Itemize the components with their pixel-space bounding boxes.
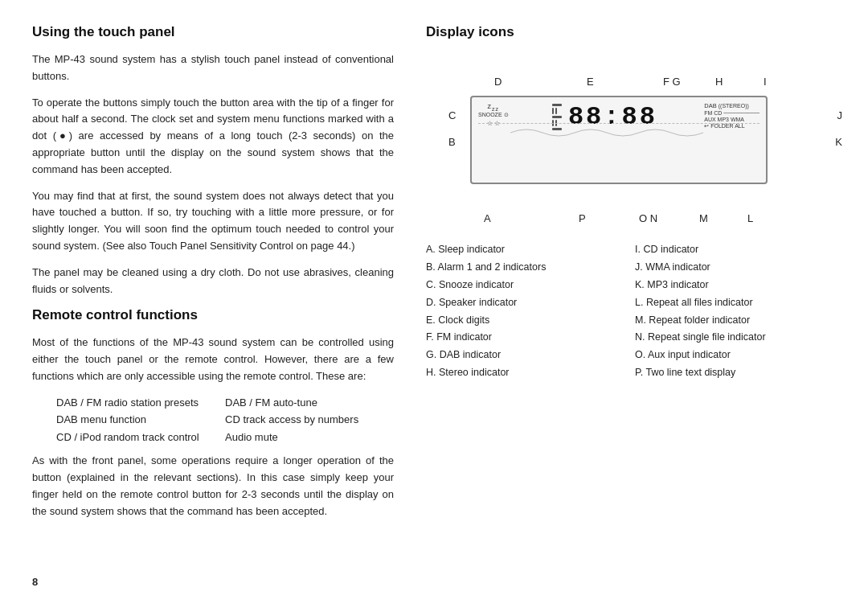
list-item: CD / iPod random track control (56, 429, 225, 446)
para6: As with the front panel, some operations… (32, 453, 394, 520)
indicator-col-right: I. CD indicator J. WMA indicator K. MP3 … (635, 241, 844, 382)
list-item: DAB / FM radio station presets (56, 395, 225, 411)
list-item: DAB / FM auto-tune (225, 395, 394, 411)
indicator-d: D. Speaker indicator (426, 294, 635, 312)
left-column: Using the touch panel The MP-43 sound sy… (32, 24, 418, 588)
para1: The MP-43 sound system has a stylish tou… (32, 51, 394, 85)
label-k: K (835, 136, 842, 148)
indicator-b: B. Alarm 1 and 2 indicators (426, 259, 635, 277)
label-p: P (579, 212, 586, 224)
label-d: D (494, 76, 502, 88)
label-fg: F G (663, 76, 681, 88)
indicator-list: A. Sleep indicator B. Alarm 1 and 2 indi… (426, 241, 844, 382)
label-e: E (587, 76, 594, 88)
label-a: A (484, 212, 491, 224)
display-inner: zzz SNOOZE ⊙ ☆ ☆ (472, 97, 766, 183)
para5: Most of the functions of the MP-43 sound… (32, 335, 394, 384)
indicator-k: K. MP3 indicator (635, 277, 844, 294)
display-diagram: D E F G H I C B J K zzz (426, 51, 844, 228)
indicator-e: E. Clock digits (426, 312, 635, 330)
list-item: DAB menu function (56, 412, 225, 428)
label-h: H (715, 76, 723, 88)
para3: You may find that at first, the sound sy… (32, 188, 394, 255)
label-l: L (747, 212, 753, 224)
display-diagram-section: D E F G H I C B J K zzz (426, 51, 844, 382)
indicator-a: A. Sleep indicator (426, 241, 635, 259)
indicator-i: I. CD indicator (635, 241, 844, 259)
list-item: Audio mute (225, 429, 394, 446)
label-on: O N (639, 212, 657, 224)
display-icons-title: Display icons (426, 24, 844, 40)
section2-title: Remote control functions (32, 307, 394, 323)
right-column: Display icons D E F G H I C B J K (418, 24, 844, 588)
label-m: M (699, 212, 708, 224)
indicator-m: M. Repeat folder indicator (635, 312, 844, 330)
label-j: J (837, 109, 843, 121)
list-item: CD track access by numbers (225, 412, 394, 428)
indicator-col-left: A. Sleep indicator B. Alarm 1 and 2 indi… (426, 241, 635, 382)
display-box: zzz SNOOZE ⊙ ☆ ☆ (470, 96, 768, 184)
label-c: C (448, 109, 456, 121)
indicator-f: F. FM indicator (426, 329, 635, 347)
indicator-j: J. WMA indicator (635, 259, 844, 277)
indicator-h: H. Stereo indicator (426, 364, 635, 382)
indicator-g: G. DAB indicator (426, 347, 635, 364)
indicator-o: O. Aux input indicator (635, 347, 844, 364)
label-i: I (764, 76, 767, 88)
page-number: 8 (32, 576, 38, 588)
section1-title: Using the touch panel (32, 24, 394, 40)
remote-functions-list: DAB / FM radio station presets DAB / FM … (56, 395, 394, 446)
para2: To operate the buttons simply touch the … (32, 95, 394, 179)
label-b: B (448, 136, 456, 148)
wave-svg (510, 124, 703, 141)
indicator-p: P. Two line text display (635, 364, 844, 382)
indicator-c: C. Snooze indicator (426, 277, 635, 294)
para4: The panel may be cleaned using a dry clo… (32, 265, 394, 298)
indicator-n: N. Repeat single file indicator (635, 329, 844, 347)
indicator-l: L. Repeat all files indicator (635, 294, 844, 312)
